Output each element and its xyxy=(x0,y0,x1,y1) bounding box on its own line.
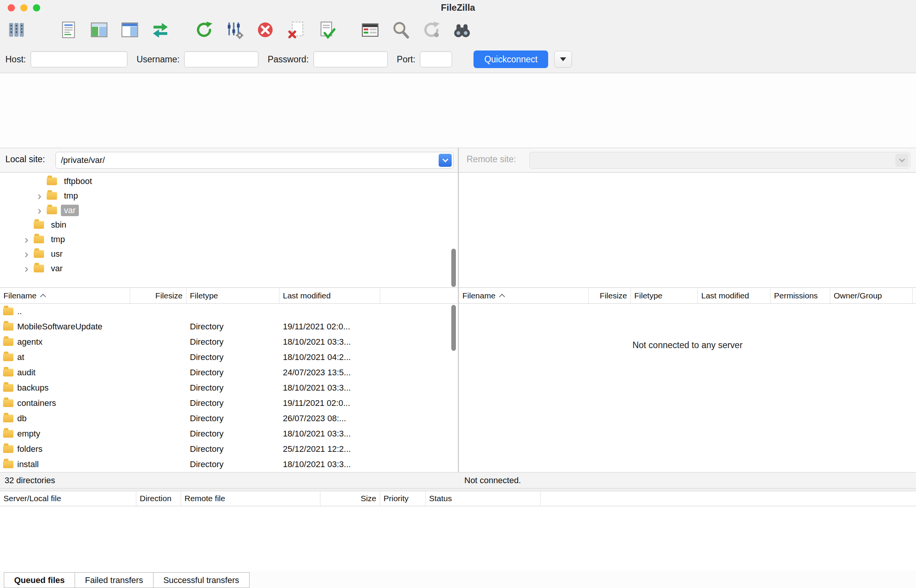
quickconnect-dropdown-button[interactable] xyxy=(554,51,572,68)
file-row-agentx[interactable]: agentxDirectory18/10/2021 03:3... xyxy=(0,334,458,350)
site-manager-button[interactable] xyxy=(5,19,28,42)
tab-queued-files[interactable]: Queued files xyxy=(4,572,75,588)
tree-item-var[interactable]: ›var xyxy=(0,203,458,218)
tree-item-tmp[interactable]: ›tmp xyxy=(0,189,458,203)
filesize-cell xyxy=(130,350,186,365)
sync-browsing-icon xyxy=(151,21,170,41)
file-row-containers[interactable]: containersDirectory19/11/2021 02:0... xyxy=(0,396,458,411)
column-header-last-modified[interactable]: Last modified xyxy=(698,288,771,303)
file-row-empty[interactable]: emptyDirectory18/10/2021 03:3... xyxy=(0,426,458,441)
local-site-combobox[interactable]: /private/var/ xyxy=(56,152,454,169)
username-input[interactable] xyxy=(184,51,258,67)
tree-item-tmp[interactable]: ›tmp xyxy=(0,232,458,247)
quickconnect-bar: Host: Username: Password: Port: Quickcon… xyxy=(0,46,916,73)
tab-successful-transfers[interactable]: Successful transfers xyxy=(153,572,250,588)
tree-item-label: var xyxy=(61,205,79,216)
filename-cell: db xyxy=(0,411,130,426)
host-label: Host: xyxy=(5,54,26,65)
filetype-cell: Directory xyxy=(186,411,279,426)
window-title: FileZilla xyxy=(0,2,916,13)
quickconnect-button[interactable]: Quickconnect xyxy=(474,50,548,68)
file-row-install[interactable]: installDirectory18/10/2021 03:3... xyxy=(0,457,458,472)
file-row-mobilesoftwareupdate[interactable]: MobileSoftwareUpdateDirectory19/11/2021 … xyxy=(0,319,458,334)
tree-item-tftpboot[interactable]: tftpboot xyxy=(0,174,458,189)
find-files-button[interactable] xyxy=(451,19,473,42)
column-header-label: Filesize xyxy=(600,291,627,300)
last-modified-cell: 19/11/2021 02:0... xyxy=(279,396,380,411)
filetype-cell: Directory xyxy=(186,441,279,457)
filename-cell: containers xyxy=(0,396,130,411)
file-row-backups[interactable]: backupsDirectory18/10/2021 03:3... xyxy=(0,380,458,396)
column-header-last-modified[interactable]: Last modified xyxy=(279,288,380,303)
column-header-status[interactable]: Status xyxy=(426,491,540,506)
filesize-cell xyxy=(130,334,186,350)
column-header-size[interactable]: Size xyxy=(320,491,380,506)
filetype-cell: Directory xyxy=(186,396,279,411)
tree-item-label: tmp xyxy=(48,234,68,245)
column-header-filename[interactable]: Filename xyxy=(0,288,130,303)
column-header-label: Direction xyxy=(140,494,171,503)
tree-item-var[interactable]: ›var xyxy=(0,261,458,276)
expand-chevron-icon[interactable]: › xyxy=(19,234,34,245)
file-row-folders[interactable]: foldersDirectory25/12/2021 12:2... xyxy=(0,441,458,457)
dropdown-arrow-icon xyxy=(560,57,566,61)
reconnect-button[interactable] xyxy=(420,19,442,42)
filename-text: agentx xyxy=(17,337,42,347)
password-input[interactable] xyxy=(313,51,388,67)
chevron-down-icon xyxy=(899,156,905,162)
tree-item-sbin[interactable]: sbin xyxy=(0,218,458,232)
host-input[interactable] xyxy=(31,51,127,67)
column-header-server-local-file[interactable]: Server/Local file xyxy=(0,491,136,506)
column-header-filename[interactable]: Filename xyxy=(459,288,589,303)
local-site-bar: Local site: /private/var/ xyxy=(0,148,458,172)
cancel-button[interactable] xyxy=(254,19,276,42)
column-header-filetype[interactable]: Filetype xyxy=(186,288,279,303)
file-delete-button[interactable] xyxy=(285,19,307,42)
file-row-[interactable]: .. xyxy=(0,304,458,319)
tab-failed-transfers[interactable]: Failed transfers xyxy=(75,572,153,588)
column-header-filesize[interactable]: Filesize xyxy=(589,288,631,303)
tree-scrollbar-thumb[interactable] xyxy=(451,249,456,287)
file-list-scrollbar-thumb[interactable] xyxy=(451,305,456,351)
filter-button[interactable] xyxy=(224,19,246,42)
expand-chevron-icon[interactable]: › xyxy=(32,205,47,216)
tree-item-usr[interactable]: ›usr xyxy=(0,247,458,261)
column-header-direction[interactable]: Direction xyxy=(136,491,181,506)
filesize-cell xyxy=(130,304,186,319)
remote-site-combobox xyxy=(529,152,910,169)
toggle-remote-tree-button[interactable] xyxy=(119,19,141,42)
local-status-text: 32 directories xyxy=(5,476,55,485)
column-header-filetype[interactable]: Filetype xyxy=(631,288,698,303)
filesize-cell xyxy=(130,380,186,396)
remote-status-text: Not connected. xyxy=(464,476,521,485)
refresh-button[interactable] xyxy=(193,19,215,42)
sync-browsing-button[interactable] xyxy=(149,19,171,42)
column-header-label: Filetype xyxy=(634,291,663,300)
column-header-priority[interactable]: Priority xyxy=(380,491,426,506)
toggle-message-log-button[interactable] xyxy=(57,19,80,42)
file-row-audit[interactable]: auditDirectory24/07/2023 13:5... xyxy=(0,365,458,380)
filter-settings-icon xyxy=(225,21,244,41)
file-check-button[interactable] xyxy=(315,19,338,42)
folder-icon xyxy=(3,369,13,376)
folder-icon xyxy=(47,192,57,200)
site-manager-icon xyxy=(7,21,26,41)
column-header-permissions[interactable]: Permissions xyxy=(771,288,830,303)
folder-icon xyxy=(3,384,13,392)
port-input[interactable] xyxy=(420,51,452,67)
file-row-db[interactable]: dbDirectory26/07/2023 08:... xyxy=(0,411,458,426)
file-row-at[interactable]: atDirectory18/10/2021 04:2... xyxy=(0,350,458,365)
search-button[interactable] xyxy=(390,19,412,42)
pane-splitter[interactable] xyxy=(458,148,459,489)
combo-dropdown-button[interactable] xyxy=(439,154,452,167)
toggle-local-tree-button[interactable] xyxy=(88,19,110,42)
transfer-queue-button[interactable] xyxy=(359,19,381,42)
column-header-owner-group[interactable]: Owner/Group xyxy=(830,288,913,303)
expand-chevron-icon[interactable]: › xyxy=(19,263,34,274)
expand-chevron-icon[interactable]: › xyxy=(32,190,47,202)
last-modified-cell: 18/10/2021 03:3... xyxy=(279,426,380,441)
expand-chevron-icon[interactable]: › xyxy=(19,248,34,260)
column-header-filesize[interactable]: Filesize xyxy=(130,288,186,303)
combo-dropdown-button-disabled xyxy=(895,154,908,167)
column-header-remote-file[interactable]: Remote file xyxy=(181,491,320,506)
